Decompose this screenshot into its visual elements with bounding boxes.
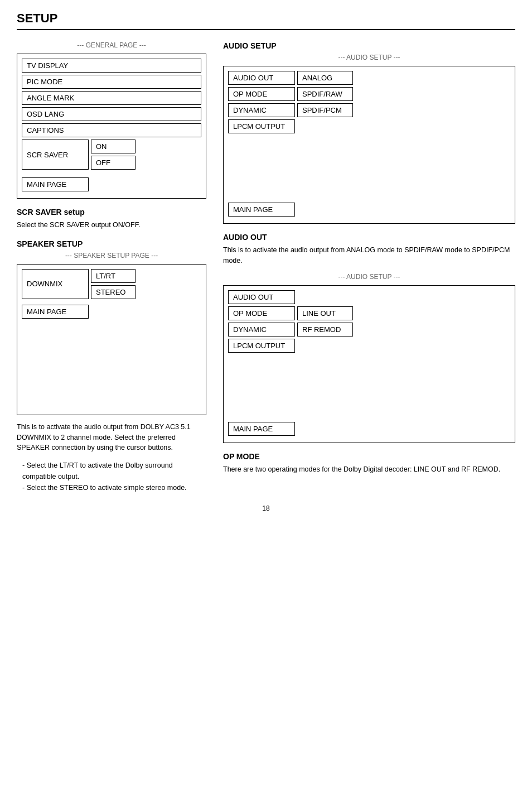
audio-setup-header: --- AUDIO SETUP ---: [223, 54, 515, 61]
speaker-bullet-2: Select the STEREO to activate simple ste…: [22, 482, 206, 493]
speaker-page-header: --- SPEAKER SETUP PAGE ---: [17, 252, 206, 259]
scr-saver-submenu: ON OFF: [91, 140, 136, 170]
audio-row2-3: DYNAMIC RF REMOD: [228, 323, 510, 336]
downmix-row: DOWNMIX LT/RT STEREO: [22, 269, 201, 299]
menu-item-tv-display[interactable]: TV DISPLAY: [22, 59, 201, 73]
scr-saver-desc: Select the SCR SAVER output ON/OFF.: [17, 220, 206, 230]
audio-out-desc: This is to activate the audio output fro…: [223, 245, 515, 266]
audio-row2-1: AUDIO OUT: [228, 290, 510, 304]
lpcm-output-label-1[interactable]: LPCM OUTPUT: [228, 119, 295, 133]
right-column: AUDIO SETUP --- AUDIO SETUP --- AUDIO OU…: [223, 41, 515, 493]
speaker-desc: This is to activate the audio output fro…: [17, 422, 206, 453]
general-menu-box: TV DISPLAY PIC MODE ANGLE MARK OSD LANG …: [17, 54, 206, 199]
menu-item-scr-saver[interactable]: SCR SAVER: [22, 140, 89, 170]
speaker-bullet-1: Select the LT/RT to activate the Dolby s…: [22, 460, 206, 482]
audio-out-value-1[interactable]: ANALOG: [297, 71, 353, 85]
op-mode-value-2[interactable]: LINE OUT: [297, 306, 353, 320]
op-mode-title: OP MODE: [223, 452, 515, 461]
dynamic-value-1[interactable]: SPDIF/PCM: [297, 103, 353, 117]
scr-saver-on[interactable]: ON: [91, 140, 136, 153]
audio-out-title: AUDIO OUT: [223, 233, 515, 242]
audio-out-label-1[interactable]: AUDIO OUT: [228, 71, 295, 85]
general-main-page[interactable]: MAIN PAGE: [22, 177, 89, 191]
general-page-header: --- GENERAL PAGE ---: [17, 41, 206, 49]
scr-saver-title: SCR SAVER setup: [17, 208, 206, 217]
menu-item-angle-mark[interactable]: ANGLE MARK: [22, 91, 201, 105]
speaker-menu-box: DOWNMIX LT/RT STEREO MAIN PAGE: [17, 264, 206, 415]
dynamic-label-2[interactable]: DYNAMIC: [228, 323, 295, 336]
audio-row2-2: OP MODE LINE OUT: [228, 306, 510, 320]
menu-item-downmix[interactable]: DOWNMIX: [22, 269, 89, 299]
scr-saver-off[interactable]: OFF: [91, 156, 136, 170]
lpcm-output-label-2[interactable]: LPCM OUTPUT: [228, 339, 295, 353]
audio-setup-header2: --- AUDIO SETUP ---: [223, 273, 515, 281]
audio-main-page-2[interactable]: MAIN PAGE: [228, 422, 295, 436]
left-column: --- GENERAL PAGE --- TV DISPLAY PIC MODE…: [17, 41, 206, 493]
audio-main-page-1[interactable]: MAIN PAGE: [228, 203, 295, 217]
audio-menu-box-1: AUDIO OUT ANALOG OP MODE SPDIF/RAW DYNAM…: [223, 66, 515, 224]
scr-saver-row: SCR SAVER ON OFF: [22, 140, 201, 170]
downmix-lt-rt[interactable]: LT/RT: [91, 269, 136, 283]
page-number: 18: [17, 504, 515, 512]
speaker-setup-title: SPEAKER SETUP: [17, 239, 206, 248]
audio-out-label-2[interactable]: AUDIO OUT: [228, 290, 295, 304]
audio-row-2: OP MODE SPDIF/RAW: [228, 87, 510, 101]
dynamic-label-1[interactable]: DYNAMIC: [228, 103, 295, 117]
downmix-stereo[interactable]: STEREO: [91, 285, 136, 299]
page-title: SETUP: [17, 11, 515, 26]
menu-item-captions[interactable]: CAPTIONS: [22, 123, 201, 137]
menu-item-pic-mode[interactable]: PIC MODE: [22, 75, 201, 89]
op-mode-label-2[interactable]: OP MODE: [228, 306, 295, 320]
op-mode-desc: There are two operating modes for the Do…: [223, 464, 515, 475]
audio-row-3: DYNAMIC SPDIF/PCM: [228, 103, 510, 117]
op-mode-label-1[interactable]: OP MODE: [228, 87, 295, 101]
audio-menu-box-2: AUDIO OUT OP MODE LINE OUT DYNAMIC RF RE…: [223, 285, 515, 443]
speaker-bullets: Select the LT/RT to activate the Dolby s…: [17, 460, 206, 493]
speaker-main-page[interactable]: MAIN PAGE: [22, 305, 89, 319]
audio-row2-4: LPCM OUTPUT: [228, 339, 510, 353]
audio-row-4: LPCM OUTPUT: [228, 119, 510, 133]
audio-row-1: AUDIO OUT ANALOG: [228, 71, 510, 85]
menu-item-osd-lang[interactable]: OSD LANG: [22, 107, 201, 121]
downmix-submenu: LT/RT STEREO: [91, 269, 136, 299]
audio-setup-title: AUDIO SETUP: [223, 41, 515, 50]
op-mode-value-1[interactable]: SPDIF/RAW: [297, 87, 353, 101]
dynamic-value-2[interactable]: RF REMOD: [297, 323, 353, 336]
